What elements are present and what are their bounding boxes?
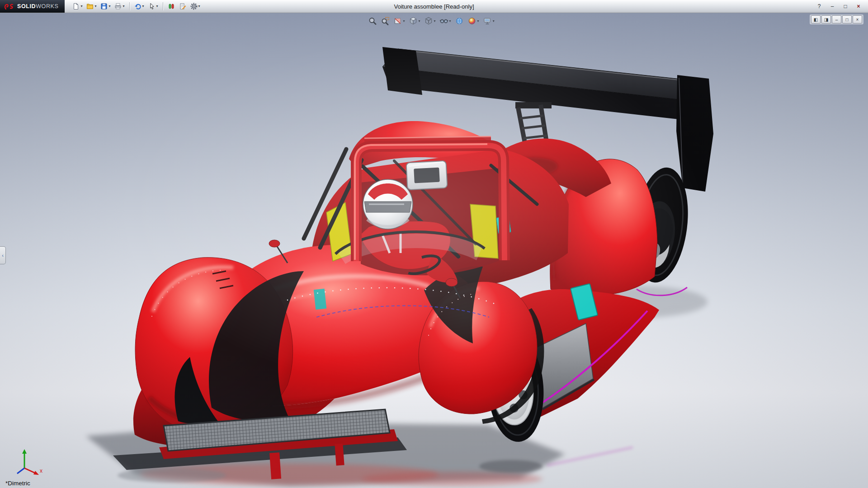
x-axis-arrow — [33, 471, 39, 475]
view-orientation-label: *Dimetric — [5, 480, 30, 487]
undo-button[interactable]: ▾ — [133, 2, 146, 11]
file-properties-icon — [179, 3, 186, 10]
edit-appearance-button[interactable]: ▾ — [467, 16, 480, 26]
new-document-icon — [72, 3, 80, 10]
reference-triad[interactable]: x — [6, 447, 44, 476]
chevron-down-icon: ▾ — [123, 5, 124, 8]
save-icon — [100, 3, 108, 10]
right-pane-toggle-icon[interactable]: ◨ — [821, 15, 831, 23]
solidworks-logo-icon — [4, 3, 14, 10]
chevron-down-icon: ▾ — [198, 5, 200, 8]
zoom-to-fit-icon — [368, 17, 377, 25]
zoom-to-fit-button[interactable] — [368, 16, 378, 26]
options-gear-icon — [190, 3, 198, 10]
collapsed-pane-tab[interactable]: ‹ — [0, 246, 6, 264]
display-style-icon — [425, 17, 433, 25]
chevron-down-icon: ▾ — [493, 19, 495, 23]
display-style-button[interactable]: ▾ — [424, 16, 437, 26]
view-orientation-button[interactable]: ▾ — [408, 16, 421, 26]
window-title: Voiture assomblee [Read-only] — [394, 0, 474, 13]
chevron-down-icon: ▾ — [94, 5, 96, 8]
solidworks-logo: SOLIDWORKS — [0, 0, 65, 13]
new-document-button[interactable]: ▾ — [71, 2, 84, 11]
toolbar-separator — [129, 2, 130, 10]
chevron-down-icon: ▾ — [403, 19, 405, 23]
section-view-icon — [394, 17, 402, 25]
help-button[interactable]: ? — [813, 2, 825, 11]
main-toolbar: ▾ ▾ ▾ ▾ — [71, 2, 201, 11]
undo-icon — [134, 3, 142, 10]
model-canvas[interactable] — [0, 13, 868, 488]
apply-scene-button[interactable] — [454, 16, 465, 26]
intake-box — [406, 161, 447, 190]
chevron-down-icon: ▾ — [477, 19, 479, 23]
file-properties-button[interactable] — [178, 2, 188, 11]
print-button[interactable]: ▾ — [113, 2, 126, 11]
toolbar-separator — [163, 2, 163, 10]
document-close-icon[interactable]: × — [853, 15, 862, 23]
chevron-down-icon: ▾ — [80, 5, 82, 8]
close-button[interactable]: × — [853, 2, 864, 11]
titlebar: SOLIDWORKS ▾ ▾ ▾ — [0, 0, 868, 13]
restore-button[interactable]: □ — [840, 2, 851, 11]
headsup-view-toolbar: ▾ ▾ ▾ ▾ — [365, 15, 498, 27]
edit-appearance-ball-icon — [468, 17, 476, 25]
x-axis-label: x — [40, 468, 42, 474]
zoom-to-area-button[interactable] — [380, 16, 391, 26]
open-document-button[interactable]: ▾ — [85, 2, 98, 11]
zoom-to-area-icon — [381, 17, 390, 25]
rebuild-icon — [168, 3, 175, 10]
rebuild-button[interactable] — [166, 2, 176, 11]
teal-panel-left — [314, 289, 326, 310]
minimize-button[interactable]: – — [826, 2, 838, 11]
save-button[interactable]: ▾ — [99, 2, 112, 11]
hide-show-items-button[interactable]: ▾ — [439, 16, 452, 26]
3d-viewport[interactable]: ▾ ▾ ▾ ▾ — [0, 13, 868, 488]
apply-scene-globe-icon — [455, 17, 464, 25]
view-orientation-cube-icon — [409, 17, 418, 25]
print-icon — [114, 3, 122, 10]
select-cursor-icon — [148, 3, 156, 10]
chevron-down-icon: ▾ — [142, 5, 144, 8]
y-axis-arrow — [22, 449, 27, 454]
chevron-down-icon: ▾ — [419, 19, 420, 23]
chevron-down-icon: ▾ — [156, 5, 158, 8]
document-restore-icon[interactable]: □ — [842, 15, 852, 23]
z-axis — [17, 468, 24, 474]
view-settings-button[interactable]: ▾ — [482, 16, 495, 26]
chevron-down-icon: ▾ — [449, 19, 451, 23]
options-button[interactable]: ▾ — [189, 2, 202, 11]
left-pane-toggle-icon[interactable]: ◧ — [811, 15, 821, 23]
brand-text: SOLIDWORKS — [17, 3, 58, 9]
driver-helmet — [363, 179, 413, 229]
chevron-down-icon: ▾ — [434, 19, 436, 23]
section-view-button[interactable]: ▾ — [393, 16, 406, 26]
view-settings-icon — [483, 17, 492, 25]
hide-show-glasses-icon — [440, 17, 448, 25]
select-button[interactable]: ▾ — [147, 2, 160, 11]
open-folder-icon — [86, 3, 94, 10]
document-window-controls: ◧ ◨ – □ × — [810, 14, 863, 24]
chevron-down-icon: ▾ — [108, 5, 110, 8]
window-controls: ? – □ × — [813, 2, 868, 11]
document-minimize-icon[interactable]: – — [832, 15, 841, 23]
